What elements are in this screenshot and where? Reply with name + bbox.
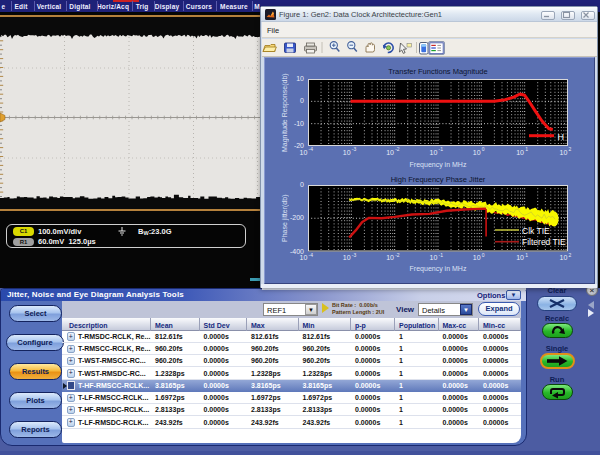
svg-text:Clk TIE: Clk TIE — [522, 226, 550, 236]
svg-text:H: H — [557, 132, 564, 142]
svg-text:Filtered TIE: Filtered TIE — [522, 237, 566, 247]
